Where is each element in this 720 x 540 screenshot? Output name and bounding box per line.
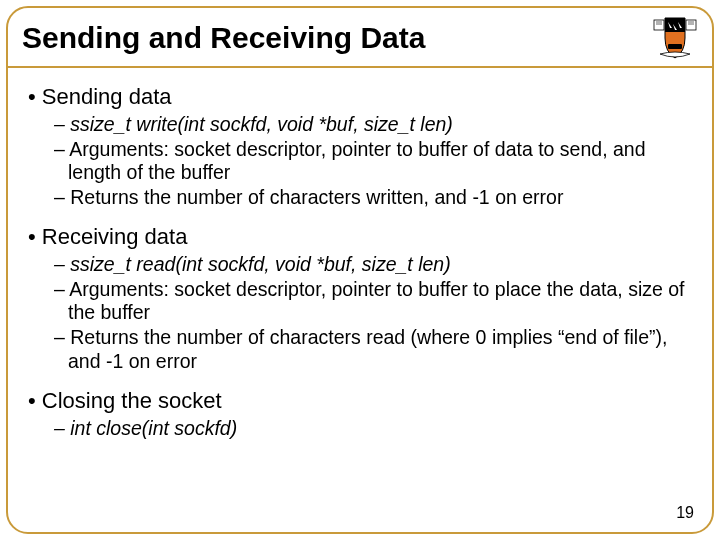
section-body: ssize_t read(int sockfd, void *buf, size… <box>28 253 698 374</box>
bullet-text: Arguments: socket descriptor, pointer to… <box>54 138 698 186</box>
section-body: int close(int sockfd) <box>28 417 698 441</box>
code-signature: ssize_t read(int sockfd, void *buf, size… <box>54 253 698 277</box>
svg-rect-0 <box>654 20 664 30</box>
svg-rect-6 <box>668 44 682 49</box>
section-body: ssize_t write(int sockfd, void *buf, siz… <box>28 113 698 210</box>
bullet-text: Returns the number of characters read (w… <box>54 326 698 374</box>
slide-title: Sending and Receiving Data <box>22 21 425 55</box>
slide-frame: Sending and Receiving Data Sending data <box>6 6 714 534</box>
code-signature: ssize_t write(int sockfd, void *buf, siz… <box>54 113 698 137</box>
title-row: Sending and Receiving Data <box>8 8 712 68</box>
princeton-shield-icon <box>650 14 700 62</box>
page-number: 19 <box>676 504 694 522</box>
bullet-text: Arguments: socket descriptor, pointer to… <box>54 278 698 326</box>
code-signature: int close(int sockfd) <box>54 417 698 441</box>
svg-rect-1 <box>686 20 696 30</box>
section-heading: Closing the socket <box>28 388 698 415</box>
section-heading: Sending data <box>28 84 698 111</box>
bullet-text: Returns the number of characters written… <box>54 186 698 210</box>
section-heading: Receiving data <box>28 224 698 251</box>
slide-content: Sending data ssize_t write(int sockfd, v… <box>8 68 712 440</box>
